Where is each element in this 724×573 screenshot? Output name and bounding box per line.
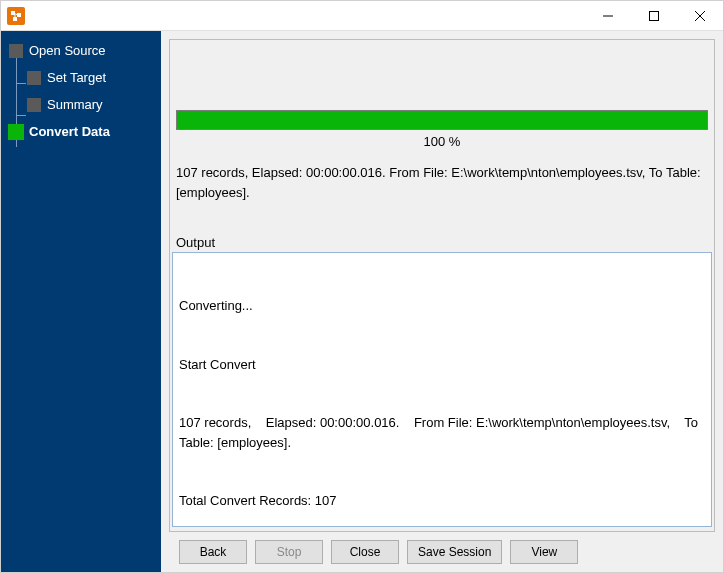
step-label: Set Target xyxy=(47,70,106,85)
step-box-icon xyxy=(9,125,23,139)
step-label: Open Source xyxy=(29,43,106,58)
step-box-icon xyxy=(27,71,41,85)
body: Open Source Set Target Summary Convert D… xyxy=(1,31,723,573)
view-button[interactable]: View xyxy=(510,540,578,564)
step-open-source[interactable]: Open Source xyxy=(9,43,153,58)
sidebar: Open Source Set Target Summary Convert D… xyxy=(1,31,161,573)
tree-connector xyxy=(16,83,26,84)
output-label: Output xyxy=(170,235,714,250)
svg-rect-4 xyxy=(650,11,659,20)
main-panel: 100 % 107 records, Elapsed: 00:00:00.016… xyxy=(161,31,723,573)
output-line: Start Convert xyxy=(179,355,705,375)
maximize-button[interactable] xyxy=(631,1,677,31)
step-set-target[interactable]: Set Target xyxy=(27,70,153,85)
wizard-steps: Open Source Set Target Summary Convert D… xyxy=(9,43,153,139)
output-line: 107 records, Elapsed: 00:00:00.016. From… xyxy=(179,413,705,452)
output-line: Converting... xyxy=(179,296,705,316)
step-box-icon xyxy=(27,98,41,112)
back-button[interactable]: Back xyxy=(179,540,247,564)
step-label: Summary xyxy=(47,97,103,112)
output-line: Total Convert Records: 107 xyxy=(179,491,705,511)
progress-container: 100 % xyxy=(170,110,714,149)
close-button-action[interactable]: Close xyxy=(331,540,399,564)
app-icon xyxy=(7,7,25,25)
minimize-button[interactable] xyxy=(585,1,631,31)
step-label: Convert Data xyxy=(29,124,110,139)
window-controls xyxy=(585,1,723,31)
step-box-icon xyxy=(9,44,23,58)
status-text: 107 records, Elapsed: 00:00:00.016. From… xyxy=(170,163,714,203)
step-convert-data[interactable]: Convert Data xyxy=(9,124,153,139)
save-session-button[interactable]: Save Session xyxy=(407,540,502,564)
stop-button[interactable]: Stop xyxy=(255,540,323,564)
progress-text: 100 % xyxy=(176,134,708,149)
close-button[interactable] xyxy=(677,1,723,31)
titlebar xyxy=(1,1,723,31)
output-textarea[interactable]: Converting... Start Convert 107 records,… xyxy=(172,252,712,527)
progress-bar xyxy=(176,110,708,130)
step-summary[interactable]: Summary xyxy=(27,97,153,112)
button-row: Back Stop Close Save Session View xyxy=(161,534,723,573)
titlebar-left xyxy=(1,7,31,25)
content-area: 100 % 107 records, Elapsed: 00:00:00.016… xyxy=(169,39,715,532)
tree-connector xyxy=(16,115,26,116)
